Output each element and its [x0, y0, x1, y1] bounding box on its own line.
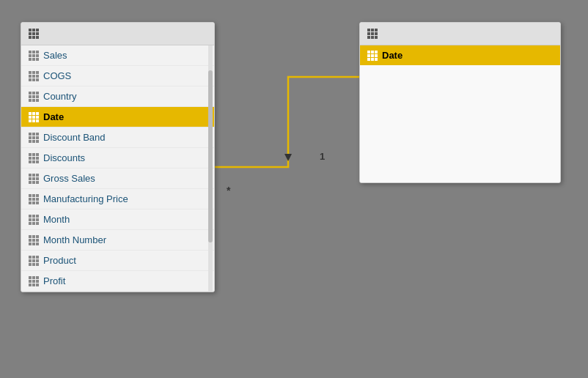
financials-card-header: [21, 23, 214, 45]
field-label: Manufacturing Price: [43, 193, 128, 204]
financials-field-cogs[interactable]: COGS: [21, 66, 214, 86]
financials-field-month[interactable]: Month: [21, 210, 214, 230]
calendar-table-card: Date: [359, 22, 561, 183]
canvas: 1 * SalesCOGSCountryDateDiscount BandDis…: [0, 0, 588, 378]
calendar-table-icon: [367, 29, 378, 39]
financials-fields-list: SalesCOGSCountryDateDiscount BandDiscoun…: [21, 45, 214, 292]
financials-card-body: SalesCOGSCountryDateDiscount BandDiscoun…: [21, 45, 214, 292]
financials-table-icon: [29, 29, 39, 39]
financials-field-sales[interactable]: Sales: [21, 45, 214, 66]
field-label: Month Number: [43, 234, 106, 245]
financials-field-discounts[interactable]: Discounts: [21, 148, 214, 168]
connection-one-label: 1: [320, 151, 325, 162]
financials-header-left: [29, 29, 43, 39]
field-grid-icon: [29, 215, 39, 225]
calendar-card-header: [360, 23, 560, 45]
field-label: COGS: [43, 70, 71, 81]
field-grid-icon: [29, 194, 39, 204]
financials-field-country[interactable]: Country: [21, 86, 214, 107]
field-grid-icon: [29, 71, 39, 81]
financials-field-date[interactable]: Date: [21, 107, 214, 127]
field-grid-icon: [29, 235, 39, 245]
financials-field-profit[interactable]: Profit: [21, 271, 214, 292]
calendar-card-body: Date: [360, 45, 560, 182]
field-label: Date: [382, 50, 403, 61]
field-label: Month: [43, 214, 70, 225]
calendar-field-date[interactable]: Date: [360, 45, 560, 65]
financials-field-product[interactable]: Product: [21, 251, 214, 271]
field-label: Profit: [43, 275, 65, 286]
field-grid-icon: [29, 133, 39, 143]
financials-field-month-number[interactable]: Month Number: [21, 230, 214, 251]
financials-field-manufacturing-price[interactable]: Manufacturing Price: [21, 189, 214, 210]
financials-scrollbar[interactable]: [208, 45, 213, 292]
field-grid-icon: [367, 51, 378, 61]
field-grid-icon: [29, 51, 39, 61]
field-label: Product: [43, 255, 76, 266]
field-label: Discount Band: [43, 132, 106, 143]
field-label: Country: [43, 91, 77, 102]
financials-field-discount-band[interactable]: Discount Band: [21, 127, 214, 148]
field-grid-icon: [29, 153, 39, 163]
field-grid-icon: [29, 276, 39, 286]
field-label: Discounts: [43, 152, 85, 163]
connection-many-label: *: [227, 185, 231, 196]
field-grid-icon: [29, 92, 39, 102]
field-label: Date: [43, 111, 64, 122]
field-grid-icon: [29, 174, 39, 184]
calendar-header-left: [367, 29, 382, 39]
svg-marker-0: [284, 154, 292, 161]
calendar-empty-area: [360, 65, 560, 182]
field-grid-icon: [29, 256, 39, 266]
field-label: Sales: [43, 50, 67, 61]
field-label: Gross Sales: [43, 173, 95, 184]
financials-scrollbar-thumb: [208, 70, 213, 242]
financials-table-card: SalesCOGSCountryDateDiscount BandDiscoun…: [21, 22, 215, 292]
financials-field-gross-sales[interactable]: Gross Sales: [21, 168, 214, 189]
field-grid-icon: [29, 112, 39, 122]
calendar-fields-list: Date: [360, 45, 560, 65]
